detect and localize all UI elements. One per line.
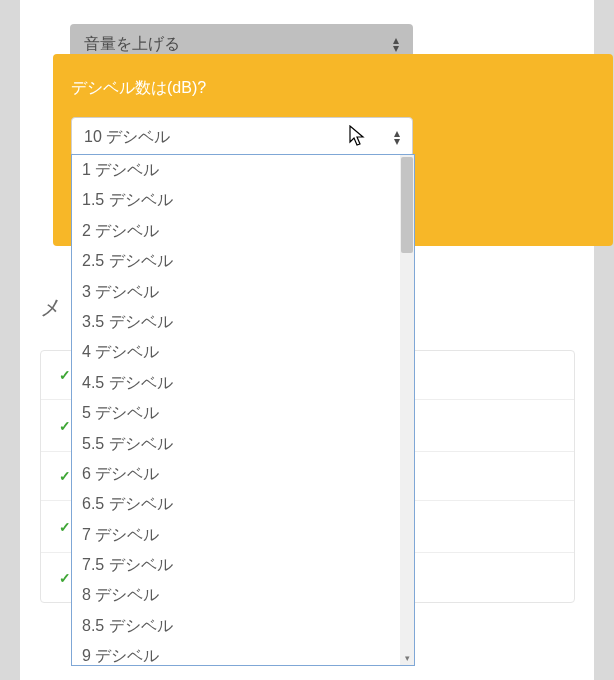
check-icon: ✓: [59, 367, 71, 383]
decibel-option[interactable]: 5 デシベル: [72, 398, 414, 428]
decibel-dropdown[interactable]: 1 デシベル1.5 デシベル2 デシベル2.5 デシベル3 デシベル3.5 デシ…: [71, 154, 415, 666]
decibel-dropdown-list[interactable]: 1 デシベル1.5 デシベル2 デシベル2.5 デシベル3 デシベル3.5 デシ…: [72, 155, 414, 665]
select-indicator-icon: ▴▾: [394, 129, 400, 145]
decibel-current-value: 10 デシベル: [84, 127, 170, 148]
decibel-label: デシベル数は(dB)?: [71, 78, 613, 99]
decibel-option[interactable]: 8 デシベル: [72, 580, 414, 610]
decibel-option[interactable]: 3 デシベル: [72, 277, 414, 307]
decibel-option[interactable]: 1.5 デシベル: [72, 185, 414, 215]
scrollbar-track[interactable]: ▴ ▾: [400, 155, 414, 665]
decibel-option[interactable]: 2.5 デシベル: [72, 246, 414, 276]
decibel-option[interactable]: 7.5 デシベル: [72, 550, 414, 580]
decibel-combobox[interactable]: 10 デシベル ▴▾: [71, 117, 413, 157]
page-surface: メ ✓ ✓ 下げたりする ✓ ✓ されます ✓ 3 音量を上げる ▴▾ デシベル…: [20, 0, 594, 680]
decibel-option[interactable]: 4.5 デシベル: [72, 368, 414, 398]
section-title: メ: [40, 293, 63, 323]
decibel-option[interactable]: 5.5 デシベル: [72, 429, 414, 459]
select-indicator-icon: ▴▾: [393, 36, 399, 52]
decibel-option[interactable]: 4 デシベル: [72, 337, 414, 367]
decibel-option[interactable]: 2 デシベル: [72, 216, 414, 246]
decibel-option[interactable]: 9 デシベル: [72, 641, 414, 665]
check-icon: ✓: [59, 570, 71, 586]
scrollbar-thumb[interactable]: [401, 157, 413, 253]
check-icon: ✓: [59, 519, 71, 535]
decibel-option[interactable]: 6.5 デシベル: [72, 489, 414, 519]
decibel-option[interactable]: 1 デシベル: [72, 155, 414, 185]
decibel-option[interactable]: 7 デシベル: [72, 520, 414, 550]
decibel-option[interactable]: 8.5 デシベル: [72, 611, 414, 641]
check-icon: ✓: [59, 468, 71, 484]
decibel-option[interactable]: 6 デシベル: [72, 459, 414, 489]
decibel-option[interactable]: 3.5 デシベル: [72, 307, 414, 337]
volume-action-label: 音量を上げる: [84, 34, 180, 55]
scrollbar-down-icon[interactable]: ▾: [400, 651, 414, 665]
check-icon: ✓: [59, 418, 71, 434]
